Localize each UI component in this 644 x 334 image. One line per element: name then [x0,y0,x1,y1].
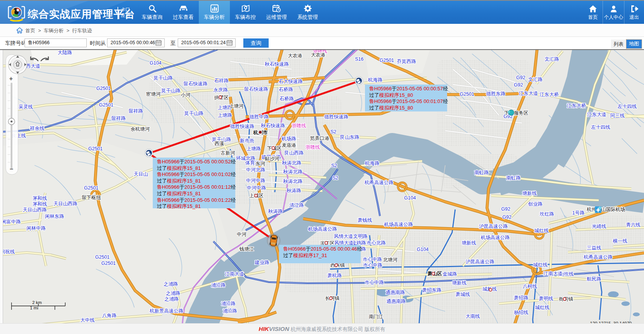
svg-text:秋涛北路: 秋涛北路 [283,179,303,184]
svg-text:艮山西路: 艮山西路 [284,150,304,156]
svg-text:江东大桥: 江东大桥 [540,92,559,97]
svg-text:青六线: 青六线 [626,222,641,228]
svg-text:G2501: G2501 [380,58,394,63]
svg-text:萧绍东路: 萧绍东路 [422,287,442,293]
svg-text:塘新线: 塘新线 [522,191,537,196]
svg-text:S2: S2 [331,163,337,168]
svg-text:G92: G92 [514,82,523,88]
svg-text:浦沿路: 浦沿路 [223,308,237,314]
svg-text:下沙服务区: 下沙服务区 [504,110,528,116]
svg-text:秋涛北路: 秋涛北路 [282,160,302,166]
svg-text:留祥路: 留祥路 [129,108,143,114]
svg-text:莫干山路: 莫干山路 [184,111,204,116]
svg-text:左十四线: 左十四线 [591,125,610,130]
svg-text:八柯线: 八柯线 [523,284,537,289]
svg-text:留石快速路: 留石快速路 [183,81,208,86]
svg-text:市心中路: 市心中路 [365,280,384,285]
svg-text:城红线: 城红线 [533,262,548,268]
svg-text:八角路: 八角路 [102,313,117,318]
svg-text:茅和线: 茅和线 [33,196,47,201]
svg-text:留下枢纽: 留下枢纽 [82,195,101,200]
svg-text:萧钱线: 萧钱线 [358,218,372,223]
svg-text:浙赣线: 浙赣线 [305,145,320,150]
svg-text:德胜快速路: 德胜快速路 [324,114,348,120]
svg-text:市心中路: 市心中路 [363,263,383,268]
svg-text:上塘路: 上塘路 [246,146,261,151]
svg-text:机场高速公路: 机场高速公路 [384,222,413,227]
svg-text:西溪: 西溪 [215,141,224,146]
svg-text:−: − [10,166,13,172]
svg-text:中河中路: 中河中路 [247,185,266,191]
svg-text:杭州萧山国际机场: 杭州萧山国际机场 [586,207,625,212]
svg-text:G2501: G2501 [95,254,110,260]
svg-text:横一线: 横一线 [613,238,627,244]
svg-text:麦庙港: 麦庙港 [282,143,296,148]
svg-text:之浦路: 之浦路 [164,296,179,302]
svg-text:通惠南路: 通惠南路 [386,299,406,304]
svg-text:创业路: 创业路 [528,201,543,207]
svg-text:之浦路: 之浦路 [166,291,180,296]
svg-text:+: + [9,75,13,82]
svg-text:祥余线: 祥余线 [30,126,45,131]
svg-text:光靖线: 光靖线 [592,224,606,229]
svg-text:上塘河: 上塘河 [229,103,244,109]
svg-text:鲁H05966于2015-05-05 00:01:07经: 鲁H05966于2015-05-05 00:01:07经 [369,98,448,104]
svg-text:G92: G92 [516,75,525,80]
svg-text:中河中路: 中河中路 [246,178,266,183]
svg-text:上塘路: 上塘路 [218,113,232,118]
svg-text:S2: S2 [330,129,336,135]
svg-text:石桥路: 石桥路 [279,96,294,101]
svg-text:浙赣线: 浙赣线 [292,123,306,128]
svg-text:杭海路: 杭海路 [368,77,383,83]
svg-text:新市街: 新市街 [240,138,254,143]
svg-text:闲林中路: 闲林中路 [26,226,46,231]
svg-text:G104: G104 [150,60,162,66]
svg-text:江南大道: 江南大道 [543,271,563,276]
svg-text:秋涛路: 秋涛路 [286,188,301,193]
svg-text:南虹路: 南虹路 [474,170,489,175]
svg-text:之浦路: 之浦路 [163,281,178,287]
svg-text:吴灵线: 吴灵线 [18,104,33,110]
svg-text:大农港: 大农港 [311,52,325,58]
svg-text:过了模拟程序15_81: 过了模拟程序15_81 [157,178,201,184]
svg-text:G2501: G2501 [84,185,99,191]
svg-text:过了模拟程序15_81: 过了模拟程序15_81 [157,165,201,171]
svg-text:茅和线: 茅和线 [33,201,47,207]
svg-text:闲林东路: 闲林东路 [45,214,64,219]
svg-text:沪昆高速公路: 沪昆高速公路 [466,259,495,264]
svg-text:G104: G104 [404,195,416,201]
svg-text:S16: S16 [355,56,363,62]
svg-text:塘新线: 塘新线 [462,240,476,246]
svg-text:机场高速公路: 机场高速公路 [481,235,510,240]
svg-text:北塘河: 北塘河 [383,257,398,263]
svg-text:过了模拟程序15_80: 过了模拟程序15_80 [369,105,413,111]
svg-text:S2: S2 [332,175,338,181]
svg-text:萧城线: 萧城线 [456,292,470,297]
svg-text:石大快速路: 石大快速路 [279,79,303,84]
svg-text:G2501: G2501 [96,86,111,91]
svg-text:机场高速公路: 机场高速公路 [308,226,337,232]
svg-text:清江路: 清江路 [289,203,304,208]
svg-text:G2501: G2501 [99,102,114,108]
svg-text:萧明线: 萧明线 [539,296,553,301]
svg-text:2 km: 2 km [32,300,42,305]
svg-text:江南大道: 江南大道 [225,271,244,277]
svg-text:杨绍线: 杨绍线 [514,310,528,315]
svg-text:城红线: 城红线 [535,305,550,310]
svg-text:德胜快速路: 德胜快速路 [230,124,254,129]
svg-text:G2501: G2501 [460,91,474,97]
svg-text:小河: 小河 [181,92,191,98]
svg-text:德胜东路: 德胜东路 [486,91,506,96]
svg-text:杭甬高速公路: 杭甬高速公路 [583,254,613,260]
svg-text:中河北路: 中河北路 [246,167,266,173]
svg-text:萧绍路: 萧绍路 [514,295,528,301]
svg-text:G2501: G2501 [88,146,103,151]
svg-text:大陆路: 大陆路 [58,50,72,55]
svg-text:三益线: 三益线 [587,245,601,251]
svg-text:乔莫西路: 乔莫西路 [397,59,416,64]
svg-text:莫干山路: 莫干山路 [154,75,173,81]
svg-text:江东大道: 江东大道 [519,91,538,96]
svg-text:石祥路: 石祥路 [214,78,229,83]
svg-text:通惠南路: 通惠南路 [386,290,405,295]
svg-text:鲁H05966于2015-05-05 00:01:02经: 鲁H05966于2015-05-05 00:01:02经 [157,171,236,177]
